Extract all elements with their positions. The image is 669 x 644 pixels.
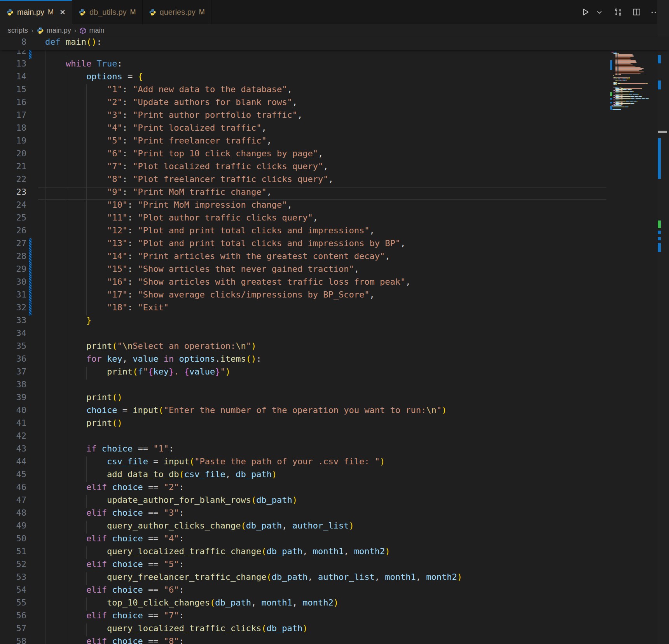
code-line-13[interactable]: 13while True:	[0, 59, 657, 72]
indent-guide	[86, 264, 87, 277]
indent-guide	[66, 354, 66, 367]
code-line-56[interactable]: 56elif choice == "7":	[0, 611, 657, 623]
code-line-19[interactable]: 19"5": "Print freelancer traffic",	[0, 136, 657, 149]
tab-label: queries.py	[160, 8, 196, 17]
code-line-15[interactable]: 15"1": "Add new data to the database",	[0, 84, 657, 97]
code-line-17[interactable]: 17"3": "Print author portfolio traffic",	[0, 110, 657, 123]
indent-guide	[66, 277, 66, 290]
indent-guide	[66, 149, 66, 161]
close-icon[interactable]: ✕	[59, 9, 66, 16]
code-line-22[interactable]: 22"8": "Plot freelancer traffic clicks q…	[0, 174, 657, 187]
line-number: 21	[0, 161, 26, 174]
line-content: print()	[86, 418, 122, 431]
code-line-23[interactable]: 23"9": "Print MoM traffic change",	[0, 187, 657, 200]
run-dropdown-button[interactable]	[594, 7, 604, 17]
breadcrumb-separator: ›	[31, 27, 33, 35]
tab-queries.py[interactable]: queries.pyM	[143, 0, 211, 24]
indent-guide	[66, 123, 66, 136]
code-line-35[interactable]: 35print("\nSelect an operation:\n")	[0, 341, 657, 354]
breadcrumb: scripts› main.py› main	[0, 24, 669, 37]
code-line-30[interactable]: 30"16": "Show articles with greatest tra…	[0, 277, 657, 290]
code-line-50[interactable]: 50elif choice == "4":	[0, 534, 657, 546]
git-modified-gutter-marker	[29, 277, 31, 290]
code-line-57[interactable]: 57query_localized_traffic_clicks(db_path…	[0, 623, 657, 636]
code-line-55[interactable]: 55top_10_click_changes(db_path, month1, …	[0, 598, 657, 611]
code-line-49[interactable]: 49query_author_clicks_change(db_path, au…	[0, 521, 657, 534]
code-line-27[interactable]: 27"13": "Plot and print total clicks and…	[0, 238, 657, 251]
code-line-51[interactable]: 51query_localized_traffic_change(db_path…	[0, 546, 657, 559]
code-line-36[interactable]: 36for key, value in options.items():	[0, 354, 657, 367]
code-line-43[interactable]: 43if choice == "1":	[0, 444, 657, 457]
code-line-21[interactable]: 21"7": "Plot localized traffic clicks qu…	[0, 161, 657, 174]
code-line-44[interactable]: 44csv_file = input("Paste the path of yo…	[0, 457, 657, 469]
line-content: add_data_to_db(csv_file, db_path)	[107, 469, 277, 482]
code-line-41[interactable]: 41print()	[0, 418, 657, 431]
run-python-file-button[interactable]	[580, 7, 590, 17]
line-content: options = {	[86, 72, 143, 84]
open-changes-button[interactable]	[613, 7, 623, 17]
code-line-53[interactable]: 53query_freelancer_traffic_change(db_pat…	[0, 572, 657, 585]
line-content: "15": "Show articles that never gained t…	[107, 264, 359, 277]
minimap-marker	[610, 92, 612, 96]
indent-guide	[66, 611, 66, 623]
line-content: "6": "Print top 10 click changes by page…	[107, 149, 323, 161]
code-line-20[interactable]: 20"6": "Print top 10 click changes by pa…	[0, 149, 657, 161]
code-line-26[interactable]: 26"12": "Plot and print total clicks and…	[0, 226, 657, 238]
code-line-40[interactable]: 40choice = input("Enter the number of th…	[0, 405, 657, 418]
code-line-46[interactable]: 46elif choice == "2":	[0, 482, 657, 495]
indent-guide	[45, 59, 45, 72]
line-number: 42	[0, 431, 26, 444]
split-editor-button[interactable]	[632, 7, 642, 17]
code-line-45[interactable]: 45add_data_to_db(csv_file, db_path)	[0, 469, 657, 482]
tab-db_utils.py[interactable]: db_utils.pyM	[72, 0, 143, 24]
code-line-16[interactable]: 16"2": "Update authors for blank rows",	[0, 97, 657, 110]
code-line-32[interactable]: 32"18": "Exit"	[0, 303, 657, 315]
code-line-52[interactable]: 52elif choice == "5":	[0, 559, 657, 572]
code-line-34[interactable]: 34	[0, 328, 657, 341]
line-content: "3": "Print author portfolio traffic",	[107, 110, 302, 123]
indent-guide	[45, 187, 45, 200]
code-line-37[interactable]: 37print(f"{key}. {value}")	[0, 367, 657, 380]
indent-guide	[86, 277, 87, 290]
indent-guide	[66, 431, 66, 444]
line-number: 52	[0, 559, 26, 572]
code-editor[interactable]: 1213while True:14options = {15"1": "Add …	[0, 37, 669, 644]
indent-guide	[45, 72, 45, 84]
breadcrumb-item-main[interactable]: main	[79, 26, 104, 35]
code-line-39[interactable]: 39print()	[0, 392, 657, 405]
code-line-33[interactable]: 33}	[0, 315, 657, 328]
code-line-42[interactable]: 42	[0, 431, 657, 444]
code-line-58[interactable]: 58elif choice == "8":	[0, 636, 657, 644]
sticky-scroll-line[interactable]: 8 def main():	[0, 37, 669, 50]
overview-ruler[interactable]	[657, 0, 669, 644]
tab-main.py[interactable]: main.pyM✕	[0, 0, 72, 24]
minimap-marker	[610, 60, 612, 70]
code-line-29[interactable]: 29"15": "Show articles that never gained…	[0, 264, 657, 277]
code-line-28[interactable]: 28"14": "Print articles with the greates…	[0, 251, 657, 264]
code-line-25[interactable]: 25"11": "Plot author traffic clicks quer…	[0, 213, 657, 226]
code-line-24[interactable]: 24"10": "Print MoM impression change",	[0, 200, 657, 213]
indent-guide	[45, 598, 45, 611]
git-modified-gutter-marker	[29, 290, 31, 303]
breadcrumb-item-scripts[interactable]: scripts	[8, 26, 28, 35]
line-content: "10": "Print MoM impression change",	[107, 200, 292, 213]
line-number: 23	[0, 187, 26, 200]
code-line-14[interactable]: 14options = {	[0, 72, 657, 84]
code-line-47[interactable]: 47update_author_for_blank_rows(db_path)	[0, 495, 657, 508]
indent-guide	[45, 174, 45, 187]
indent-guide	[45, 136, 45, 149]
code-line-48[interactable]: 48elif choice == "3":	[0, 508, 657, 521]
breadcrumb-item-main.py[interactable]: main.py	[37, 26, 71, 35]
editor-tab-bar: main.pyM✕ db_utils.pyM queries.pyM	[0, 0, 669, 24]
indent-guide	[86, 161, 87, 174]
indent-guide	[86, 251, 87, 264]
indent-guide	[66, 495, 66, 508]
line-number: 17	[0, 110, 26, 123]
code-line-18[interactable]: 18"4": "Print localized traffic",	[0, 123, 657, 136]
indent-guide	[66, 559, 66, 572]
indent-guide	[66, 418, 66, 431]
code-line-31[interactable]: 31"17": "Show average clicks/impressions…	[0, 290, 657, 303]
code-line-38[interactable]: 38	[0, 380, 657, 392]
line-number: 22	[0, 174, 26, 187]
code-line-54[interactable]: 54elif choice == "6":	[0, 585, 657, 598]
